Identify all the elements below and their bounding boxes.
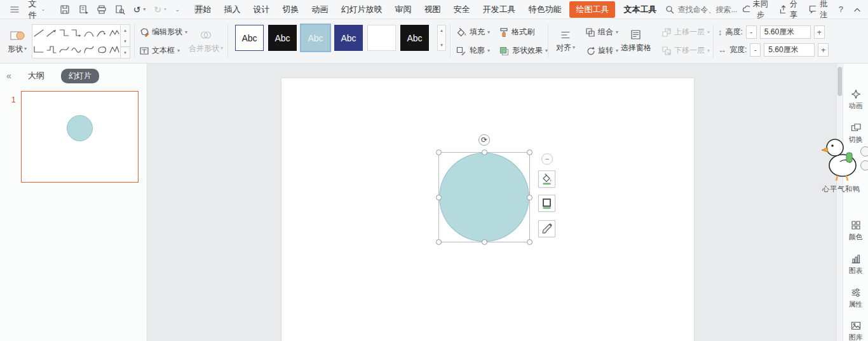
tab-animation[interactable]: 动画 <box>305 1 334 18</box>
shape-effects-button[interactable]: 形状效果 ▾ <box>497 43 550 58</box>
panel-item-animation[interactable]: 动画 <box>843 89 868 111</box>
tab-design[interactable]: 设计 <box>247 1 276 18</box>
tab-home[interactable]: 开始 <box>188 1 217 18</box>
shape-style-swatch[interactable]: Abc <box>367 25 396 51</box>
outline-button[interactable]: 轮廓 ▾ <box>454 43 492 58</box>
resize-handle-sw[interactable] <box>436 239 442 245</box>
undo-button[interactable]: ↺ ▾ <box>130 3 149 17</box>
tab-security[interactable]: 安全 <box>447 1 476 18</box>
tab-special-features[interactable]: 特色功能 <box>522 1 567 18</box>
shape-style-swatch[interactable]: Abc <box>268 25 297 51</box>
group-button[interactable]: 组合 ▾ <box>583 25 620 39</box>
tab-slideshow[interactable]: 幻灯片放映 <box>334 1 388 18</box>
resize-handle-s[interactable] <box>482 239 487 245</box>
resize-handle-nw[interactable] <box>436 150 442 155</box>
print-preview-button[interactable] <box>112 3 128 17</box>
shape-line-icon[interactable] <box>32 28 44 39</box>
resize-handle-e[interactable] <box>527 195 532 200</box>
collapse-ribbon-button[interactable] <box>853 6 862 13</box>
collapse-panel-button[interactable]: « <box>6 71 11 81</box>
align-button[interactable]: 对齐▾ <box>552 22 580 60</box>
ellipse-shape[interactable] <box>439 153 529 242</box>
shape-wave-icon[interactable] <box>70 45 82 55</box>
width-increase-button[interactable]: + <box>818 43 829 57</box>
save-button[interactable] <box>57 3 73 17</box>
tab-review[interactable]: 审阅 <box>388 1 417 18</box>
print-button[interactable] <box>93 3 110 17</box>
panel-item-chart[interactable]: 图表 <box>843 254 868 275</box>
height-increase-button[interactable]: + <box>814 25 825 39</box>
shape-freeform-icon[interactable] <box>108 28 120 39</box>
collapse-quick-toolbar-button[interactable]: − <box>541 153 553 165</box>
height-input[interactable] <box>760 25 811 39</box>
shape-elbow-connector-icon[interactable] <box>58 28 70 39</box>
rotation-handle[interactable]: ⟳ <box>478 134 490 146</box>
gallery-scroll-up-button[interactable]: ▴ <box>121 25 130 36</box>
rotate-button[interactable]: 旋转 ▾ <box>583 43 620 58</box>
tab-devtools[interactable]: 开发工具 <box>476 1 522 18</box>
fill-button[interactable]: 填充 ▾ <box>454 25 492 39</box>
gallery-scroll-down-button[interactable]: ▾ <box>121 36 130 46</box>
comment-button[interactable]: 批注 <box>808 0 829 20</box>
bring-forward-button[interactable]: 上移一层 ▾ <box>660 25 712 39</box>
quick-access-more-button[interactable]: ⌄ <box>172 4 183 15</box>
resize-handle-se[interactable] <box>527 239 532 245</box>
width-decrease-button[interactable]: - <box>750 43 761 57</box>
send-backward-button[interactable]: 下移一层 ▾ <box>660 43 712 58</box>
shape-style-swatch-selected[interactable]: Abc <box>301 25 330 51</box>
shapes-button[interactable]: 形状▾ <box>4 22 31 60</box>
merge-shapes-button[interactable]: 合并形状▾ <box>188 22 224 60</box>
resize-handle-n[interactable] <box>482 150 487 155</box>
command-search[interactable] <box>665 5 742 14</box>
slide-thumbnail-selected[interactable] <box>21 91 139 183</box>
tab-transition[interactable]: 切换 <box>276 1 305 18</box>
resize-handle-w[interactable] <box>436 195 442 200</box>
shape-style-swatch[interactable]: Abc <box>334 25 363 51</box>
text-box-button[interactable]: 文本框 ▾ <box>137 43 182 58</box>
quick-outline-style-button[interactable] <box>538 195 555 212</box>
style-gallery-more-button[interactable]: ▾ <box>440 43 443 48</box>
panel-item-color[interactable]: 颜色 <box>843 220 868 242</box>
help-button[interactable]: ? <box>839 4 843 14</box>
search-input[interactable] <box>677 5 742 14</box>
tab-insert[interactable]: 插入 <box>217 1 247 18</box>
shape-selection-box[interactable]: ⟳ <box>438 152 530 242</box>
sync-status-button[interactable]: 未同步 <box>742 0 768 20</box>
shape-s-curve-icon[interactable] <box>58 45 70 55</box>
shape-curve-icon[interactable] <box>83 28 95 39</box>
resize-handle-ne[interactable] <box>527 150 532 155</box>
edit-shape-button[interactable]: 编辑形状 ▾ <box>137 25 189 39</box>
shape-curved-arrow-icon[interactable] <box>95 28 107 39</box>
shape-polyline-icon[interactable] <box>108 45 120 55</box>
shape-style-swatch[interactable]: Abc <box>400 25 429 51</box>
shape-closed-curve-icon[interactable] <box>95 45 107 55</box>
height-decrease-button[interactable]: - <box>746 25 757 39</box>
share-button[interactable]: 分享 <box>778 0 799 20</box>
scrollbar-thumb[interactable] <box>837 67 842 96</box>
tab-text-tools[interactable]: 文本工具 <box>617 1 663 18</box>
format-painter-button[interactable]: 格式刷 <box>497 25 536 39</box>
editing-canvas[interactable]: ⟳ − <box>147 64 843 341</box>
selection-pane-button[interactable]: 选择窗格 <box>618 22 654 60</box>
quick-fill-style-button[interactable] <box>538 170 555 188</box>
width-input[interactable] <box>764 43 815 57</box>
shape-style-swatch[interactable]: Abc <box>235 25 264 51</box>
shape-arrow-icon[interactable] <box>45 28 57 39</box>
shape-elbow2-icon[interactable] <box>32 45 44 55</box>
shape-zigzag-connector-icon[interactable] <box>45 45 57 55</box>
panel-item-gallery[interactable]: 图库 <box>843 321 868 341</box>
redo-button[interactable]: ↻ ▾ <box>151 3 170 17</box>
tab-outline[interactable]: 大纲 <box>28 70 44 81</box>
gallery-more-button[interactable]: ▾ <box>121 46 130 58</box>
main-menu-button[interactable] <box>6 3 23 16</box>
output-button[interactable] <box>75 3 92 17</box>
shape-elbow-arrow-icon[interactable] <box>70 28 82 39</box>
quick-brush-style-button[interactable] <box>538 220 555 237</box>
shape-scribble-icon[interactable] <box>83 45 95 55</box>
canvas-vertical-scrollbar[interactable] <box>836 64 843 341</box>
panel-item-properties[interactable]: 属性 <box>843 288 868 309</box>
tab-drawing-tools-active[interactable]: 绘图工具 <box>569 1 615 18</box>
tab-view[interactable]: 视图 <box>417 1 447 18</box>
duck-mascot-sticker[interactable]: 心平气和鸭 <box>816 134 867 194</box>
tab-slides-active[interactable]: 幻灯片 <box>61 69 99 83</box>
